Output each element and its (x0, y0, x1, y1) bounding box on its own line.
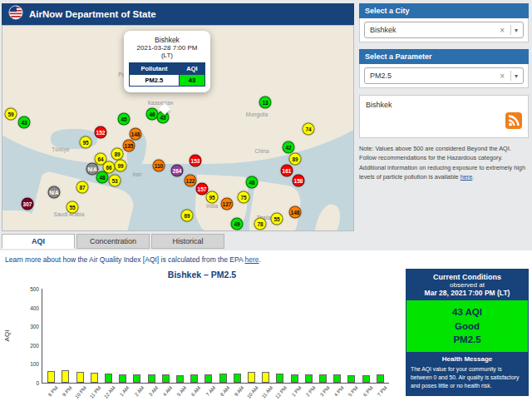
city-panel: Select a City Bishkek × ▾ (359, 3, 529, 42)
map-country-label: Iran (132, 171, 141, 177)
chart-title: Bishkek – PM2.5 (3, 270, 401, 280)
sidebar: Select a City Bishkek × ▾ Select a Param… (359, 3, 529, 249)
aqi-marker[interactable]: 13 (259, 97, 272, 109)
aqi-marker[interactable]: 74 (303, 123, 315, 136)
select-divider (510, 71, 511, 81)
aqi-marker[interactable]: 53 (109, 175, 121, 187)
aqi-marker[interactable]: 89 (289, 153, 302, 166)
popup-datetime: 2021-03-28 7:00 PM (129, 44, 205, 52)
aqi-marker[interactable]: 89 (111, 148, 124, 161)
chart-xtick-label: 5 PM (347, 383, 355, 404)
dos-flag-logo-icon (8, 5, 23, 23)
aqi-marker[interactable]: 69 (181, 210, 194, 222)
city-clear-icon[interactable]: × (497, 26, 507, 35)
map-popup: Bishkek 2021-03-28 7:00 PM (LT) Pollutan… (124, 31, 210, 92)
aqi-category: Good (409, 319, 525, 334)
chart-xtick-label: 6 AM (190, 383, 198, 404)
chart-ytick-label: 500 (30, 286, 39, 292)
chart-xtick-label: 7 PM (377, 383, 384, 404)
chart-ylabel: AQI (3, 330, 11, 342)
chart-ytick-label: 400 (30, 305, 39, 311)
chart-xtick-label: 3 AM (148, 383, 155, 404)
aqi-marker[interactable]: 42 (283, 141, 295, 154)
aqi-marker[interactable]: 161 (281, 165, 293, 177)
aqi-marker[interactable]: 264 (171, 165, 184, 177)
aqi-note: Note: Values above 500 are considered Be… (359, 144, 529, 181)
chart-xlabels: 8 PM9 PM10 PM11 PM12 AM1 AM2 AM3 AM4 AM5… (42, 383, 389, 404)
chart-bar (248, 372, 255, 383)
aqi-marker[interactable]: 127 (221, 198, 234, 210)
map-country-label: China (255, 148, 269, 154)
chart-bar (47, 371, 55, 383)
aqi-marker[interactable]: 45 (118, 113, 131, 126)
chart-xtick-label: 4 PM (333, 383, 341, 404)
note-here-link[interactable]: here (461, 173, 473, 181)
aqi-map[interactable]: РоссияКазахстанTürkiyeIranSaudi ArabiaIn… (2, 25, 354, 231)
aqi-marker[interactable]: 99 (115, 160, 127, 172)
chart-bar (91, 373, 98, 383)
aqi-marker[interactable]: 55 (66, 201, 79, 214)
aqi-marker[interactable]: 78 (254, 218, 267, 230)
note-text: Note: Values above 500 are considered Be… (359, 145, 525, 181)
aqi-marker[interactable]: 48 (96, 171, 109, 184)
chart-xtick-label: 6 PM (362, 383, 370, 404)
chevron-down-icon[interactable]: ▾ (515, 27, 518, 34)
aqi-marker[interactable]: 153 (190, 155, 202, 167)
chart-bar (176, 375, 184, 383)
aqi-marker[interactable]: 122 (185, 175, 197, 187)
rss-icon[interactable] (505, 112, 522, 132)
map-country-label: India (206, 203, 218, 209)
aqi-marker[interactable]: 87 (76, 181, 89, 194)
city-panel-title: Select a City (359, 3, 529, 18)
aqi-summary-box: 43 AQI Good PM2.5 (406, 300, 528, 352)
chart-xtick-label: 12 AM (105, 383, 112, 404)
aqi-marker[interactable]: 158 (293, 175, 305, 187)
learn-more-here-link[interactable]: here (245, 255, 259, 264)
aqi-marker[interactable]: 75 (238, 191, 250, 204)
popup-aqi-value: 43 (179, 75, 204, 87)
current-conditions-title: Current Conditions (409, 273, 525, 281)
aqi-marker[interactable]: 95 (206, 191, 219, 204)
aqi-marker[interactable]: 49 (231, 218, 244, 230)
chart-bar (347, 375, 355, 383)
aqi-marker[interactable]: 59 (5, 108, 17, 121)
city-select[interactable]: Bishkek × ▾ (364, 22, 524, 38)
chart-bar (76, 372, 84, 383)
parameter-clear-icon[interactable]: × (497, 72, 507, 81)
chevron-down-icon[interactable]: ▾ (515, 72, 518, 80)
app-title: AirNow Department of State (29, 9, 156, 19)
learn-more-text: Learn more about how the Air Quality Ind… (5, 255, 245, 264)
aqi-marker[interactable]: 110 (153, 160, 165, 172)
aqi-marker[interactable]: 43 (18, 116, 31, 129)
popup-pollutant-header: Pollutant (130, 63, 180, 75)
top-section: AirNow Department of State РоссияКазахст… (0, 0, 532, 249)
aqi-marker[interactable]: N/A (48, 186, 61, 199)
chart-bar (190, 374, 198, 383)
popup-pollutant-value: PM2.5 (130, 75, 180, 87)
chart-bar (204, 374, 212, 383)
chart-xtick-label: 8 PM (47, 383, 55, 404)
aqi-marker[interactable]: 152 (95, 126, 107, 139)
chart-xtick-label: 5 AM (176, 383, 184, 404)
health-message-title: Health Message (411, 355, 524, 363)
note-suffix: . (472, 173, 474, 181)
tab-concentration[interactable]: Concentration (76, 234, 150, 249)
aqi-marker[interactable]: 48 (246, 176, 259, 189)
city-select-value: Bishkek (370, 26, 497, 34)
aqi-marker[interactable]: 307 (22, 198, 34, 210)
tab-historical[interactable]: Historical (151, 234, 224, 249)
aqi-marker[interactable]: 135 (123, 140, 135, 152)
parameter-select-value: PM2.5 (370, 72, 497, 80)
aqi-marker[interactable]: 148 (130, 128, 142, 141)
current-conditions-header: Current Conditions observed at Mar 28, 2… (406, 270, 528, 300)
chart-xtick-label: 9 PM (62, 383, 69, 404)
health-message-text: The AQI value for your community is betw… (411, 365, 524, 390)
aqi-marker[interactable]: 148 (289, 206, 302, 219)
parameter-select[interactable]: PM2.5 × ▾ (364, 67, 524, 84)
aqi-marker[interactable]: 55 (271, 213, 283, 225)
tab-aqi[interactable]: AQI (2, 234, 75, 249)
aqi-marker[interactable]: 95 (80, 136, 92, 149)
chart-ytick-label: 0 (36, 380, 39, 386)
view-tabs: AQI Concentration Historical (2, 234, 354, 249)
feed-city-label: Bishkek (366, 101, 522, 109)
